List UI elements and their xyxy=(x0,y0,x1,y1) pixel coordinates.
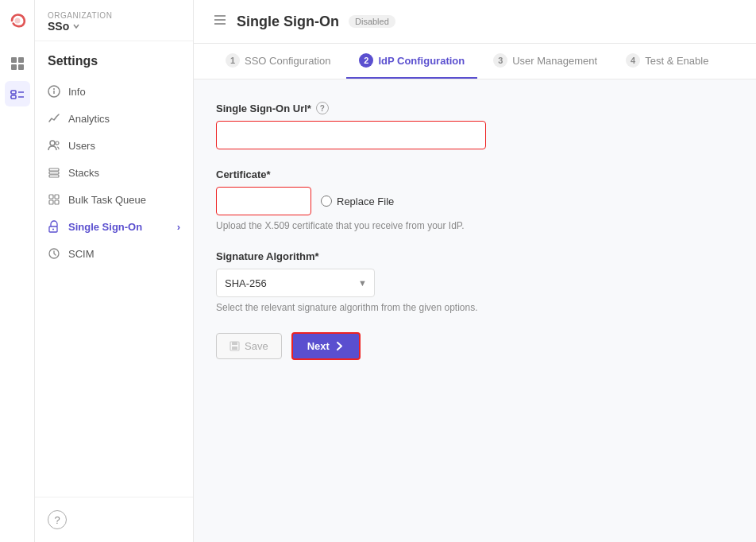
tab-num-3: 3 xyxy=(493,53,507,68)
certificate-input[interactable] xyxy=(216,187,311,215)
bulk-icon xyxy=(48,193,60,206)
analytics-icon xyxy=(48,112,60,125)
sso-url-group: Single Sign-On Url* ? xyxy=(216,102,734,149)
sidebar: Organization SSo Settings Info Analytics… xyxy=(35,0,194,542)
certificate-group: Certificate* Replace File Upload the X.5… xyxy=(216,168,734,231)
svg-point-0 xyxy=(14,18,20,24)
sidebar-item-bulk-task-queue[interactable]: Bulk Task Queue xyxy=(35,186,193,213)
svg-point-24 xyxy=(52,229,54,230)
tab-num-1: 1 xyxy=(226,53,240,68)
signature-select-wrapper: SHA-256 SHA-1 SHA-384 SHA-512 ▼ xyxy=(216,269,375,297)
signature-algorithm-group: Signature Algorithm* SHA-256 SHA-1 SHA-3… xyxy=(216,250,734,313)
signature-algorithm-select[interactable]: SHA-256 SHA-1 SHA-384 SHA-512 xyxy=(216,269,375,297)
sso-url-help-icon[interactable]: ? xyxy=(316,102,329,114)
tab-test-enable[interactable]: 4 Test & Enable xyxy=(613,44,721,79)
sso-url-label: Single Sign-On Url* ? xyxy=(216,102,734,114)
svg-point-14 xyxy=(50,141,55,145)
sidebar-item-analytics[interactable]: Analytics xyxy=(35,105,193,132)
tab-idp-configuration[interactable]: 2 IdP Configuration xyxy=(346,44,477,79)
sidebar-item-stacks[interactable]: Stacks xyxy=(35,159,193,186)
svg-point-13 xyxy=(53,88,55,90)
svg-rect-5 xyxy=(11,91,16,94)
main-content: Single Sign-On Disabled 1 SSO Configurat… xyxy=(194,0,756,542)
svg-point-15 xyxy=(56,141,59,145)
replace-file-label[interactable]: Replace File xyxy=(321,196,394,207)
replace-file-radio[interactable] xyxy=(321,196,332,207)
sso-icon xyxy=(48,220,60,233)
tabs-bar: 1 SSO Configuration 2 IdP Configuration … xyxy=(194,44,756,79)
sidebar-item-users[interactable]: Users xyxy=(35,132,193,159)
signature-algorithm-label: Signature Algorithm* xyxy=(216,250,734,262)
page-header: Single Sign-On Disabled xyxy=(194,0,756,44)
sidebar-footer: ? xyxy=(35,497,193,542)
form-area: Single Sign-On Url* ? Certificate* Repla… xyxy=(194,79,756,542)
action-row: Save Next xyxy=(216,332,734,360)
chevron-right-icon xyxy=(334,341,345,351)
certificate-row: Replace File xyxy=(216,187,734,215)
certificate-label: Certificate* xyxy=(216,168,734,180)
sidebar-item-scim[interactable]: SCIM xyxy=(35,240,193,267)
signature-hint: Select the relevant signature algorithm … xyxy=(216,302,734,313)
svg-rect-17 xyxy=(49,172,59,174)
stacks-icon xyxy=(48,166,60,179)
rail-settings-icon[interactable] xyxy=(5,81,30,106)
sidebar-nav: Info Analytics Users Stacks Bulk Task Qu xyxy=(35,75,193,497)
svg-rect-18 xyxy=(49,175,59,177)
org-label: Organization xyxy=(48,11,180,20)
svg-rect-31 xyxy=(232,346,237,350)
svg-rect-4 xyxy=(18,64,24,70)
svg-rect-16 xyxy=(49,168,59,171)
chevron-down-icon xyxy=(72,22,80,30)
info-icon xyxy=(48,85,60,98)
svg-rect-21 xyxy=(49,200,53,204)
chevron-right-icon: › xyxy=(177,221,180,233)
svg-rect-20 xyxy=(55,195,59,199)
help-button[interactable]: ? xyxy=(48,510,67,529)
sso-url-input[interactable] xyxy=(216,121,486,149)
status-badge: Disabled xyxy=(349,15,395,28)
app-logo[interactable] xyxy=(6,10,29,32)
certificate-hint: Upload the X.509 certificate that you re… xyxy=(216,220,734,231)
tab-num-2: 2 xyxy=(359,53,373,68)
users-icon xyxy=(48,139,60,152)
sidebar-item-single-sign-on[interactable]: Single Sign-On › xyxy=(35,213,193,240)
tab-user-management[interactable]: 3 User Management xyxy=(480,44,610,79)
sidebar-item-info[interactable]: Info xyxy=(35,78,193,105)
icon-rail xyxy=(0,0,35,542)
save-icon xyxy=(230,341,240,351)
hamburger-icon[interactable] xyxy=(213,13,227,30)
svg-rect-22 xyxy=(55,200,59,204)
org-name[interactable]: SSo xyxy=(48,20,180,33)
svg-rect-19 xyxy=(49,195,53,199)
org-selector[interactable]: Organization SSo xyxy=(35,0,193,41)
svg-rect-2 xyxy=(18,57,24,63)
tab-num-4: 4 xyxy=(626,53,640,68)
page-title: Single Sign-On xyxy=(237,14,339,30)
svg-rect-30 xyxy=(232,342,237,345)
tab-sso-configuration[interactable]: 1 SSO Configuration xyxy=(213,44,343,79)
svg-rect-1 xyxy=(11,57,17,63)
sidebar-title: Settings xyxy=(35,41,193,75)
svg-rect-6 xyxy=(11,95,16,99)
rail-grid-icon[interactable] xyxy=(5,51,30,76)
svg-rect-3 xyxy=(11,64,17,70)
scim-icon xyxy=(48,247,60,260)
save-button[interactable]: Save xyxy=(216,333,282,359)
next-button[interactable]: Next xyxy=(291,332,361,360)
